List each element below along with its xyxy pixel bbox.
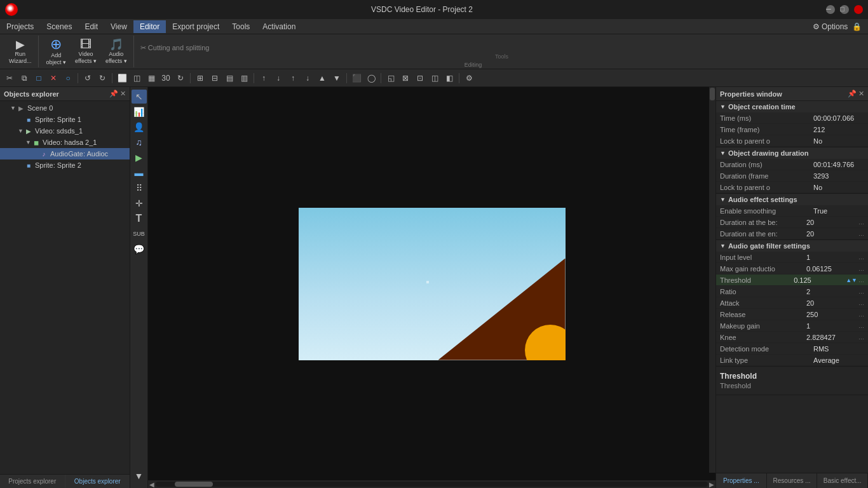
prop-edit-release[interactable]: …	[858, 311, 864, 318]
prop-section-audio-header[interactable]: ▼ Audio effect settings	[716, 194, 868, 205]
menu-projects[interactable]: Projects	[0, 20, 40, 33]
prop-edit-max-gain[interactable]: …	[858, 266, 864, 272]
titlebar: VSDC Video Editor - Project 2 ─ □	[0, 0, 868, 19]
settings2-btn[interactable]: ⚙	[462, 71, 476, 85]
delete-icon-btn[interactable]: ✕	[46, 71, 60, 85]
nav-right-btn[interactable]: ⊟	[208, 71, 222, 85]
menu-export[interactable]: Export project	[166, 20, 226, 33]
props-tab-resources[interactable]: Resources ...	[767, 473, 818, 488]
nav-left-btn[interactable]: ⊞	[193, 71, 207, 85]
cursor-tool-btn[interactable]: ↖	[132, 90, 147, 104]
threshold-spinner-down[interactable]: ▼	[851, 277, 857, 283]
paste-icon-btn[interactable]: □	[32, 71, 46, 85]
tree-item-video-sdsds[interactable]: ▼ ▶ Video: sdsds_1	[0, 125, 130, 137]
scroll-left-arrow[interactable]: ◀	[149, 481, 154, 488]
preview-vscroll[interactable]	[709, 87, 715, 473]
minimize-button[interactable]: ─	[826, 5, 835, 14]
menu-edit[interactable]: Edit	[78, 20, 104, 33]
scroll-thumb[interactable]	[175, 482, 213, 487]
objects-explorer-tab[interactable]: Objects explorer	[65, 475, 130, 488]
music-tool-btn[interactable]: ♫	[132, 135, 147, 149]
align-btn[interactable]: ▤	[222, 71, 236, 85]
prop-edit-dur-begin[interactable]: …	[858, 219, 864, 226]
menu-view[interactable]: View	[104, 20, 133, 33]
menu-tools[interactable]: Tools	[226, 20, 256, 33]
chart-tool-btn[interactable]: 📊	[132, 105, 147, 119]
prop-section-drawing-header[interactable]: ▼ Object drawing duration	[716, 147, 868, 159]
prop-edit-knee[interactable]: …	[858, 334, 864, 341]
undo-btn[interactable]: ↺	[81, 71, 95, 85]
up2-btn[interactable]: ↑	[286, 71, 300, 85]
snap4-btn[interactable]: ◫	[428, 71, 442, 85]
projects-explorer-tab[interactable]: Projects explorer	[0, 475, 65, 488]
props-tab-properties[interactable]: Properties ...	[716, 473, 767, 488]
tree-item-video-hadsa[interactable]: ▼ ◼ Video: hadsa 2_1	[0, 137, 130, 148]
tree-item-sprite1[interactable]: ■ Sprite: Sprite 1	[0, 114, 130, 125]
prop-section-creation-header[interactable]: ▼ Object creation time	[716, 101, 868, 112]
move-tool-btn[interactable]: ✛	[132, 196, 147, 210]
menu-activation[interactable]: Activation	[256, 20, 302, 33]
snap-btn[interactable]: ◱	[384, 71, 398, 85]
top-btn[interactable]: ▲	[315, 71, 329, 85]
video-icon: ▶	[24, 126, 33, 135]
scroll-right-arrow[interactable]: ▶	[709, 481, 714, 488]
threshold-spinner-up[interactable]: ▲	[846, 277, 851, 283]
prop-section-gate-header[interactable]: ▼ Audio gate filter settings	[716, 240, 868, 252]
dots-tool-btn[interactable]: ⠿	[132, 181, 147, 195]
rect-tool-btn[interactable]: ▬	[132, 166, 147, 180]
close-button[interactable]	[854, 5, 863, 14]
down-btn[interactable]: ↓	[271, 71, 285, 85]
prop-edit-input-level[interactable]: …	[858, 254, 864, 261]
sprite-icon: ■	[24, 115, 33, 124]
circle-icon-btn[interactable]: ○	[61, 71, 75, 85]
redo-btn[interactable]: ↻	[95, 71, 109, 85]
tree-item-scene0[interactable]: ▼ ▶ Scene 0	[0, 102, 130, 114]
tree-label-video-sdsds: Video: sdsds_1	[35, 127, 83, 135]
frame-btn[interactable]: 30	[159, 71, 173, 85]
prop-edit-ratio[interactable]: …	[858, 288, 864, 295]
black-sq-btn[interactable]: ⬛	[349, 71, 363, 85]
text-tool-btn[interactable]: T	[132, 212, 147, 226]
bottom-btn[interactable]: ▼	[330, 71, 344, 85]
snap5-btn[interactable]: ◧	[442, 71, 456, 85]
play-tool-btn[interactable]: ▶	[132, 151, 147, 165]
prop-edit-dur-end[interactable]: …	[858, 231, 864, 237]
maximize-button[interactable]: □	[840, 5, 849, 14]
side-scroll-down-btn[interactable]: ▼	[132, 469, 147, 483]
snap2-btn[interactable]: ⊠	[398, 71, 412, 85]
move-btn[interactable]: ◫	[130, 71, 144, 85]
down2-btn[interactable]: ↓	[301, 71, 315, 85]
up-btn[interactable]: ↑	[257, 71, 271, 85]
person-tool-btn[interactable]: 👤	[132, 120, 147, 134]
tree-item-sprite2[interactable]: ■ Sprite: Sprite 2	[0, 159, 130, 171]
panel-close-btn[interactable]: ✕	[120, 90, 126, 98]
copy-icon-btn[interactable]: ⧉	[17, 71, 31, 85]
preview-vscroll-thumb[interactable]	[710, 88, 715, 100]
panel-pin-btn[interactable]: 📌	[109, 90, 118, 98]
options-button[interactable]: ⚙ Options 🔒	[806, 20, 868, 33]
app-logo	[5, 3, 18, 16]
prop-edit-attack[interactable]: …	[858, 300, 864, 306]
rotate-btn[interactable]: ↻	[173, 71, 187, 85]
run-wizard-button[interactable]: ▶ RunWizard...	[5, 37, 36, 65]
sub-tool-btn[interactable]: SUB	[132, 227, 147, 241]
circle2-btn[interactable]: ◯	[364, 71, 378, 85]
tree-item-audiogate[interactable]: ♪ AudioGate: Audioc	[0, 148, 130, 159]
props-pin-btn[interactable]: 📌	[848, 90, 857, 98]
cut-icon-btn[interactable]: ✂	[3, 71, 17, 85]
props-close-btn[interactable]: ✕	[858, 90, 864, 98]
menu-scenes[interactable]: Scenes	[40, 20, 78, 33]
prop-section-gate-label: Audio gate filter settings	[728, 242, 810, 250]
prop-name-makeup-gain: Makeup gain	[720, 322, 806, 330]
bubble-tool-btn[interactable]: 💬	[132, 242, 147, 256]
snap3-btn[interactable]: ⊡	[413, 71, 427, 85]
grid-btn[interactable]: ▦	[144, 71, 158, 85]
prop-edit-threshold[interactable]: …	[858, 277, 864, 283]
menu-editor[interactable]: Editor	[133, 20, 166, 33]
props-tab-basic-effect[interactable]: Basic effect...	[817, 473, 868, 488]
scroll-track[interactable]	[156, 482, 708, 487]
prop-edit-makeup[interactable]: …	[858, 323, 864, 329]
toolbar-sep-7	[459, 73, 459, 83]
align2-btn[interactable]: ▥	[237, 71, 251, 85]
select-btn[interactable]: ⬜	[115, 71, 129, 85]
